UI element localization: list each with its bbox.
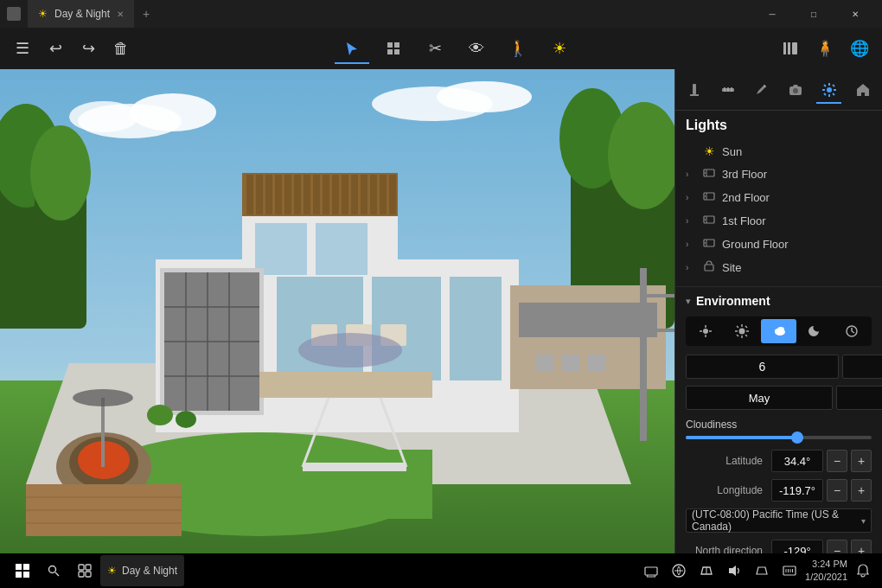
groundfloor-label: Ground Floor — [722, 238, 789, 251]
sun-tool-button[interactable]: ☀ — [542, 33, 577, 64]
svg-rect-80 — [640, 294, 674, 297]
north-direction-input[interactable] — [771, 540, 823, 553]
svg-point-91 — [827, 87, 832, 93]
time-hour-input[interactable] — [686, 355, 839, 379]
longitude-decrement[interactable]: − — [827, 479, 847, 502]
date-month-input[interactable] — [686, 386, 833, 410]
sun-environment-button[interactable] — [813, 74, 845, 105]
toolbar-center-group: ✂ 👁 🚶 ☀ — [140, 33, 771, 64]
timezone-dropdown[interactable]: (UTC-08:00) Pacific Time (US & Canada) ▾ — [686, 508, 872, 533]
taskbar-app-item[interactable]: ☀ Day & Night — [100, 555, 184, 586]
svg-rect-38 — [342, 175, 348, 214]
taskbar-keyboard-icon[interactable] — [750, 555, 774, 586]
svg-rect-29 — [256, 175, 263, 214]
time-minute-input[interactable] — [842, 355, 882, 379]
env-mode-sun[interactable] — [725, 319, 759, 343]
viewport[interactable] — [0, 69, 674, 553]
maximize-button[interactable]: □ — [794, 0, 834, 28]
north-direction-row: North direction − + — [686, 540, 872, 553]
cloudiness-slider[interactable] — [686, 436, 872, 439]
titlebar: ☀ Day & Night ✕ + ─ □ ✕ — [0, 0, 882, 28]
notification-button[interactable] — [851, 555, 875, 586]
taskbar-tray-icon-1[interactable] — [639, 555, 663, 586]
svg-rect-57 — [259, 372, 432, 398]
north-direction-increment[interactable]: + — [851, 540, 872, 553]
light-item-3rdfloor[interactable]: › 3rd Floor — [686, 163, 872, 186]
light-item-1stfloor[interactable]: › 1st Floor — [686, 209, 872, 233]
svg-rect-4 — [783, 42, 786, 54]
svg-line-96 — [824, 85, 826, 86]
svg-line-132 — [852, 331, 854, 333]
minimize-button[interactable]: ─ — [752, 0, 792, 28]
env-mode-night[interactable] — [798, 319, 833, 343]
date-day-input[interactable] — [836, 386, 882, 410]
tab-close-button[interactable]: ✕ — [117, 10, 124, 19]
globe-button[interactable]: 🌐 — [844, 33, 875, 64]
svg-rect-74 — [101, 398, 105, 467]
move-tool-button[interactable] — [376, 33, 411, 64]
new-tab-button[interactable]: + — [134, 0, 158, 28]
svg-line-123 — [737, 326, 738, 328]
env-mode-clock[interactable] — [834, 319, 869, 343]
svg-rect-84 — [693, 84, 696, 94]
svg-rect-66 — [588, 355, 605, 372]
svg-rect-5 — [788, 42, 790, 54]
svg-rect-2 — [387, 49, 393, 54]
svg-rect-6 — [792, 42, 797, 54]
latitude-input[interactable] — [771, 450, 823, 472]
env-mode-bright[interactable] — [688, 319, 723, 343]
3rdfloor-label: 3rd Floor — [722, 168, 767, 181]
light-item-2ndfloor[interactable]: › 2nd Floor — [686, 186, 872, 209]
svg-line-98 — [833, 85, 834, 86]
svg-rect-63 — [519, 303, 657, 337]
undo-button[interactable]: ↩ — [40, 33, 71, 64]
close-button[interactable]: ✕ — [835, 0, 875, 28]
draw-tool-button[interactable] — [746, 74, 778, 105]
paint-tool-button[interactable] — [679, 74, 711, 105]
camera-tool-button[interactable] — [779, 74, 811, 105]
site-icon — [701, 260, 717, 275]
taskview-button[interactable] — [69, 555, 100, 586]
date-inputs — [686, 386, 872, 410]
longitude-row: Longitude − + — [686, 479, 872, 502]
longitude-input[interactable] — [771, 479, 823, 502]
svg-rect-136 — [86, 565, 91, 570]
light-item-site[interactable]: › Site — [686, 256, 872, 279]
env-mode-cloud[interactable] — [761, 319, 796, 343]
taskbar-tray-icon-5[interactable] — [777, 555, 802, 586]
environment-header[interactable]: ▾ Environment — [686, 294, 872, 308]
svg-line-97 — [833, 93, 834, 95]
walk-tool-button[interactable]: 🚶 — [501, 33, 535, 64]
cut-tool-button[interactable]: ✂ — [418, 33, 452, 64]
svg-line-126 — [737, 335, 738, 336]
measure-tool-button[interactable] — [713, 74, 745, 105]
house-tool-button[interactable] — [847, 74, 879, 105]
svg-rect-31 — [275, 175, 282, 214]
library-button[interactable] — [775, 33, 806, 64]
delete-button[interactable]: 🗑 — [105, 33, 137, 64]
svg-rect-44 — [255, 223, 307, 275]
eye-tool-button[interactable]: 👁 — [459, 33, 494, 64]
svg-point-12 — [437, 81, 532, 112]
latitude-increment[interactable]: + — [851, 450, 872, 472]
active-tab[interactable]: ☀ Day & Night ✕ — [28, 0, 134, 28]
light-item-sun[interactable]: ☀ Sun — [686, 140, 872, 163]
taskbar-volume-icon[interactable] — [722, 555, 746, 586]
taskbar-tray-icon-3[interactable] — [694, 555, 719, 586]
svg-rect-139 — [645, 567, 657, 575]
latitude-decrement[interactable]: − — [827, 450, 847, 472]
north-direction-decrement[interactable]: − — [827, 540, 847, 553]
toolbar-left-group: ☰ ↩ ↪ 🗑 — [7, 33, 137, 64]
redo-button[interactable]: ↪ — [73, 33, 104, 64]
start-button[interactable] — [7, 555, 38, 586]
select-tool-button[interactable] — [335, 33, 369, 64]
svg-rect-45 — [316, 223, 368, 275]
taskbar-tray-icon-2[interactable] — [667, 555, 691, 586]
longitude-increment[interactable]: + — [851, 479, 872, 502]
svg-rect-1 — [394, 42, 399, 48]
person-button[interactable]: 🧍 — [809, 33, 840, 64]
search-button[interactable] — [38, 555, 69, 586]
light-item-groundfloor[interactable]: › Ground Floor — [686, 233, 872, 256]
svg-rect-138 — [86, 572, 91, 577]
menu-button[interactable]: ☰ — [7, 33, 38, 64]
